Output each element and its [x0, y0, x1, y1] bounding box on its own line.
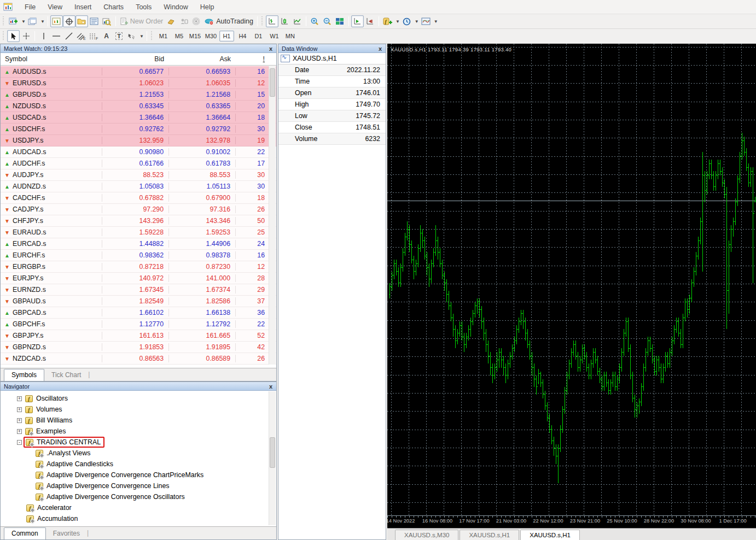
- navigator-item-accelerator[interactable]: fAccelerator: [1, 502, 269, 513]
- market-watch-tab-symbols[interactable]: Symbols: [4, 369, 44, 381]
- arrows-tool-button[interactable]: [125, 30, 138, 42]
- tree-toggle-icon[interactable]: +: [17, 418, 22, 423]
- text-label-tool-button[interactable]: T: [113, 30, 125, 42]
- timeframe-button-h1[interactable]: H1: [219, 31, 234, 42]
- periods-button[interactable]: [400, 15, 413, 27]
- chart-tab-0[interactable]: XAUUSD.s,M30: [395, 530, 458, 540]
- chart-tab-2[interactable]: XAUUSD.s,H1: [520, 530, 580, 540]
- profiles-dropdown-caret[interactable]: ▼: [40, 19, 45, 24]
- autotrading-button[interactable]: AutoTrading: [202, 15, 255, 27]
- market-watch-row-eurjpy.s[interactable]: ▼EURJPY.s140.972141.00028: [1, 273, 276, 284]
- navigator-item--analyst-views[interactable]: f.Analyst Views: [1, 448, 269, 459]
- data-window-close-icon[interactable]: x: [377, 45, 383, 52]
- tree-toggle-icon[interactable]: -: [17, 440, 22, 445]
- indicators-button[interactable]: f: [381, 15, 394, 27]
- indicators-dropdown-caret[interactable]: ▼: [396, 19, 400, 24]
- candlestick-mode-button[interactable]: [278, 15, 291, 27]
- market-watch-row-eurchf.s[interactable]: ▲EURCHF.s0.983620.9837816: [1, 250, 276, 261]
- market-watch-row-audjpy.s[interactable]: ▼AUDJPY.s88.52388.55330: [1, 169, 276, 181]
- trendline-tool-button[interactable]: [62, 30, 75, 42]
- market-watch-scrollbar[interactable]: [269, 66, 276, 365]
- data-window-toggle-button[interactable]: [63, 15, 75, 27]
- navigator-toggle-button[interactable]: [75, 15, 88, 27]
- line-chart-mode-button[interactable]: [291, 15, 304, 27]
- arrows-dropdown-caret[interactable]: ▼: [139, 34, 144, 39]
- market-watch-row-audchf.s[interactable]: ▲AUDCHF.s0.617660.6178317: [1, 158, 276, 169]
- market-watch-row-nzdcad.s[interactable]: ▼NZDCAD.s0.865630.8658926: [1, 353, 276, 365]
- column-header-bid[interactable]: Bid: [102, 55, 168, 63]
- navigator-item-examples[interactable]: +fExamples: [1, 426, 269, 437]
- new-chart-button[interactable]: [7, 15, 20, 27]
- horizontal-line-tool-button[interactable]: [50, 30, 62, 42]
- market-watch-row-audusd.s[interactable]: ▲AUDUSD.s0.665770.6659316: [1, 66, 276, 78]
- strategy-tester-button[interactable]: [101, 15, 113, 27]
- toolbar-grip[interactable]: [3, 31, 5, 41]
- timeframe-button-m1[interactable]: M1: [156, 31, 171, 42]
- navigator-title-bar[interactable]: Navigator x: [1, 382, 276, 391]
- navigator-item-oscillators[interactable]: +fOscillators: [1, 393, 269, 404]
- menu-item-tools[interactable]: Tools: [130, 1, 158, 13]
- navigator-item-adaptive-divergence-convergence-chartpricemarks[interactable]: fAdaptive Divergence Convergence ChartPr…: [1, 469, 269, 480]
- market-watch-row-euraud.s[interactable]: ▼EURAUD.s1.592281.5925325: [1, 227, 276, 238]
- auto-scroll-button[interactable]: [351, 15, 364, 27]
- market-watch-row-gbpchf.s[interactable]: ▲GBPCHF.s1.127701.1279222: [1, 319, 276, 330]
- market-watch-row-cadchf.s[interactable]: ▼CADCHF.s0.678820.6790018: [1, 192, 276, 204]
- menu-item-window[interactable]: Window: [158, 1, 194, 13]
- navigator-item-bill-williams[interactable]: +fBill Williams: [1, 415, 269, 426]
- timeframe-button-d1[interactable]: D1: [251, 31, 266, 42]
- market-watch-row-eurcad.s[interactable]: ▲EURCAD.s1.448821.4490624: [1, 238, 276, 250]
- market-watch-row-cadjpy.s[interactable]: ▼CADJPY.s97.29097.31626: [1, 204, 276, 215]
- timeframe-button-w1[interactable]: W1: [267, 31, 282, 42]
- toolbar-grip[interactable]: [3, 16, 5, 26]
- tree-toggle-icon[interactable]: +: [17, 407, 22, 412]
- navigator-item-adaptive-divergence-convergence-oscillators[interactable]: fAdaptive Divergence Convergence Oscilla…: [1, 491, 269, 502]
- market-watch-close-icon[interactable]: x: [267, 45, 274, 52]
- chart-tab-1[interactable]: XAUUSD.s,H1: [460, 530, 519, 540]
- templates-dropdown-caret[interactable]: ▼: [434, 19, 438, 24]
- navigator-item-adaptive-divergence-convergence-lines[interactable]: fAdaptive Divergence Convergence Lines: [1, 480, 269, 491]
- menu-item-view[interactable]: View: [42, 1, 68, 13]
- menu-item-charts[interactable]: Charts: [97, 1, 130, 13]
- new-chart-dropdown-caret[interactable]: ▼: [21, 19, 26, 24]
- market-watch-row-nzdusd.s[interactable]: ▲NZDUSD.s0.633450.6336520: [1, 101, 276, 112]
- market-watch-toggle-button[interactable]: [50, 15, 63, 27]
- market-watch-row-gbpjpy.s[interactable]: ▼GBPJPY.s161.613161.66552: [1, 330, 276, 342]
- menu-item-help[interactable]: Help: [194, 1, 220, 13]
- tile-windows-button[interactable]: [334, 15, 346, 27]
- tree-toggle-icon[interactable]: +: [17, 429, 22, 434]
- data-window-title-bar[interactable]: Data Window x: [278, 44, 386, 53]
- time-axis[interactable]: 14 Nov 202216 Nov 08:0017 Nov 17:0021 No…: [387, 518, 756, 528]
- vertical-line-tool-button[interactable]: [37, 30, 50, 42]
- virtual-hosting-icon[interactable]: [177, 15, 190, 27]
- timeframe-button-m15[interactable]: M15: [188, 31, 202, 42]
- new-order-button[interactable]: New Order: [118, 15, 165, 27]
- market-watch-row-audcad.s[interactable]: ▲AUDCAD.s0.909800.9100222: [1, 146, 276, 158]
- profiles-button[interactable]: [26, 15, 39, 27]
- market-watch-header[interactable]: Symbol Bid Ask !: [1, 53, 276, 66]
- zoom-in-button[interactable]: [309, 15, 321, 27]
- toolbar-grip[interactable]: [261, 16, 264, 26]
- market-watch-row-gbpcad.s[interactable]: ▲GBPCAD.s1.661021.6613836: [1, 307, 276, 319]
- market-watch-tab-tick-chart[interactable]: Tick Chart: [44, 369, 88, 381]
- market-watch-row-audnzd.s[interactable]: ▲AUDNZD.s1.050831.0511330: [1, 181, 276, 192]
- column-header-symbol[interactable]: Symbol: [1, 55, 102, 63]
- fibonacci-tool-button[interactable]: F: [88, 30, 100, 42]
- market-watch-row-eurusd.s[interactable]: ▼EURUSD.s1.060231.0603512: [1, 78, 276, 89]
- crosshair-tool-button[interactable]: [20, 30, 32, 42]
- menu-item-file[interactable]: File: [19, 1, 42, 13]
- market-watch-title-bar[interactable]: Market Watch: 09:15:23 x: [1, 44, 276, 53]
- periods-dropdown-caret[interactable]: ▼: [415, 19, 419, 24]
- cursor-tool-button[interactable]: [7, 30, 20, 42]
- navigator-item-trading-central[interactable]: -fTRADING CENTRAL: [1, 437, 269, 448]
- chart-canvas[interactable]: XAUUSD.s,H1 1793.11 1794.39 1793.11 1793…: [387, 44, 756, 528]
- market-watch-row-chfjpy.s[interactable]: ▼CHFJPY.s143.296143.34650: [1, 215, 276, 227]
- navigator-item-volumes[interactable]: +fVolumes: [1, 404, 269, 415]
- market-watch-row-usdcad.s[interactable]: ▲USDCAD.s1.366461.3666418: [1, 112, 276, 124]
- terminal-toggle-button[interactable]: [88, 15, 101, 27]
- menu-item-insert[interactable]: Insert: [68, 1, 97, 13]
- price-chart[interactable]: [387, 44, 756, 516]
- navigator-close-icon[interactable]: x: [267, 383, 274, 390]
- market-watch-row-eurgbp.s[interactable]: ▼EURGBP.s0.872180.8723012: [1, 261, 276, 273]
- chart-shift-button[interactable]: [364, 15, 376, 27]
- zoom-out-button[interactable]: [321, 15, 334, 27]
